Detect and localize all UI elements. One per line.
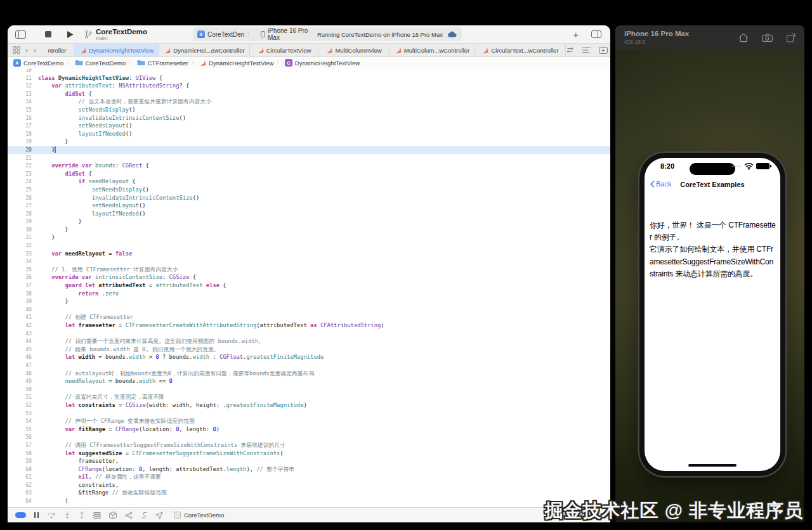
line-number[interactable]: 41	[8, 313, 32, 321]
scheme-selector[interactable]: A CoreTextDen 〉	[193, 27, 256, 41]
step-over-icon[interactable]	[47, 512, 56, 519]
toggle-navigator-icon[interactable]	[15, 30, 26, 39]
code-line[interactable]: 29 }	[8, 217, 610, 226]
tab-multicolumnview[interactable]: MultiColumnView	[318, 44, 390, 56]
code-line[interactable]: 56	[8, 433, 610, 441]
line-number[interactable]: 35	[8, 266, 32, 274]
code-line[interactable]: 50	[8, 385, 610, 394]
line-number[interactable]: 42	[8, 321, 32, 330]
code-line[interactable]: 20 }	[8, 146, 610, 154]
debug-session[interactable]: CoreTextDemo	[174, 512, 224, 519]
back-button[interactable]: Back	[650, 180, 671, 188]
line-number[interactable]: 64	[8, 497, 32, 505]
code-line[interactable]: 42 let framesetter = CTFramesetterCreate…	[8, 321, 610, 330]
line-number[interactable]: 19	[8, 138, 32, 146]
stop-button[interactable]	[45, 31, 51, 37]
line-number[interactable]: 10	[8, 68, 32, 74]
line-number[interactable]: 14	[8, 98, 32, 106]
code-line[interactable]: 18 layoutIfNeeded()	[8, 130, 610, 138]
pause-button[interactable]	[34, 512, 39, 518]
breadcrumb-item-ctframesetter[interactable]: CTFramesetter	[137, 60, 188, 67]
code-line[interactable]: 64 )	[8, 497, 610, 505]
code-line[interactable]: 26 invalidateIntrinsicContentSize()	[8, 194, 610, 202]
code-line[interactable]: 41 // 创建 CTFramesetter	[8, 313, 610, 321]
navigate-back-icon[interactable]: ‹	[25, 46, 29, 54]
code-line[interactable]: 61 nil, // 框架属性，这里不需要	[8, 473, 610, 481]
line-number[interactable]: 28	[8, 210, 32, 218]
code-line[interactable]: 43	[8, 330, 610, 338]
code-line[interactable]: 24 if needRelayout {	[8, 178, 610, 186]
breadcrumb-item-coretextdemo[interactable]: CoreTextDemo	[75, 60, 126, 67]
line-number[interactable]: 49	[8, 377, 32, 385]
line-number[interactable]: 47	[8, 361, 32, 370]
code-line[interactable]: 57 // 调用 CTFramesetterSuggestFrameSizeWi…	[8, 441, 610, 449]
line-number[interactable]: 39	[8, 297, 32, 306]
run-button[interactable]	[67, 30, 74, 39]
line-number[interactable]: 32	[8, 242, 32, 250]
line-number[interactable]: 25	[8, 186, 32, 194]
line-number[interactable]: 45	[8, 346, 32, 354]
code-line[interactable]: 13 didSet {	[8, 90, 610, 98]
code-line[interactable]: 22 override var bounds: CGRect {	[8, 162, 610, 170]
line-number[interactable]: 38	[8, 290, 32, 298]
tab-ntroller[interactable]: ntroller	[41, 44, 74, 56]
line-number[interactable]: 63	[8, 489, 32, 497]
code-line[interactable]: 54 // 声明一个 CFRange 变量来接收实际适应的范围	[8, 417, 610, 425]
simulate-location-icon[interactable]	[155, 512, 163, 519]
line-number[interactable]: 53	[8, 410, 32, 418]
step-out-icon[interactable]	[79, 512, 85, 519]
code-line[interactable]: 47	[8, 361, 610, 370]
code-line[interactable]: 46 let width = bounds.width > 0 ? bounds…	[8, 353, 610, 361]
code-line[interactable]: 12 var attributedText: NSAttributedStrin…	[8, 82, 610, 90]
code-line[interactable]: 52 let constraints = CGSize(width: width…	[8, 401, 610, 410]
code-line[interactable]: 37 guard let attributedText = attributed…	[8, 281, 610, 290]
code-line[interactable]: 35 // 1. 使用 CTFramesetter 计算固有内容大小	[8, 266, 610, 274]
code-line[interactable]: 14 // 当文本改变时，需要重绘并重新计算固有内容大小	[8, 98, 610, 106]
line-number[interactable]: 58	[8, 449, 32, 458]
breadcrumb-item-dynamicheighttextview[interactable]: DynamicHeightTextView	[199, 60, 273, 67]
debug-hierarchy-icon[interactable]	[93, 512, 101, 519]
code-line[interactable]: 30 }	[8, 226, 610, 234]
environment-overrides-icon[interactable]	[141, 512, 147, 519]
line-number[interactable]: 56	[8, 433, 32, 441]
code-line[interactable]: 63 &fitRange // 接收实际排版范围	[8, 489, 610, 497]
line-number[interactable]: 22	[8, 162, 32, 170]
line-number[interactable]: 61	[8, 473, 32, 481]
tab-circulartextview[interactable]: CircularTextView	[250, 44, 318, 56]
code-line[interactable]: 38 return .zero	[8, 290, 610, 298]
line-number[interactable]: 23	[8, 170, 32, 178]
breadcrumb-item-dynamicheighttextview[interactable]: CDynamicHeightTextView	[285, 59, 360, 67]
view-debugger-icon[interactable]	[109, 512, 117, 519]
line-number[interactable]: 29	[8, 217, 32, 226]
tab-multicolum-wcontroller[interactable]: MultiColum...wController	[390, 44, 475, 56]
code-line[interactable]: 27 setNeedsLayout()	[8, 202, 610, 210]
line-number[interactable]: 15	[8, 106, 32, 114]
line-number[interactable]: 21	[8, 154, 32, 162]
line-number[interactable]: 51	[8, 393, 32, 401]
line-number[interactable]: 24	[8, 178, 32, 186]
line-number[interactable]: 43	[8, 330, 32, 338]
code-line[interactable]: 45 // 如果 bounds.width 是 0, 我们使用一个很大的宽度。	[8, 346, 610, 354]
code-line[interactable]: 11class DynamicHeightTextView: UIView {	[8, 74, 610, 82]
screenshot-camera-icon[interactable]	[762, 34, 773, 42]
destination-selector[interactable]: iPhone 16 Pro Max	[256, 27, 317, 41]
code-line[interactable]: 36 override var intrinsicContentSize: CG…	[8, 273, 610, 281]
line-number[interactable]: 40	[8, 306, 32, 314]
line-number[interactable]: 34	[8, 257, 32, 266]
code-line[interactable]: 44 // 我们需要一个宽度约束来计算高度。这里我们使用视图的 bounds.w…	[8, 337, 610, 346]
code-line[interactable]: 16 invalidateIntrinsicContentSize()	[8, 114, 610, 122]
line-number[interactable]: 52	[8, 401, 32, 410]
adjust-editor-icon[interactable]	[582, 47, 591, 53]
code-line[interactable]: 59 framesetter,	[8, 457, 610, 465]
breakpoints-toggle[interactable]	[15, 512, 26, 518]
step-into-icon[interactable]	[64, 512, 70, 519]
code-line[interactable]: 33 var needRelayout = false	[8, 250, 610, 258]
code-line[interactable]: 28 layoutIfNeeded()	[8, 210, 610, 218]
line-number[interactable]: 30	[8, 226, 32, 234]
tab-overview-icon[interactable]	[13, 46, 20, 54]
code-line[interactable]: 34	[8, 257, 610, 266]
home-button-icon[interactable]	[738, 33, 749, 42]
breadcrumb-item-coretextdemo[interactable]: ACoreTextDemo	[13, 59, 63, 67]
code-line[interactable]: 58 let suggestedSize = CTFramesetterSugg…	[8, 449, 610, 458]
code-line[interactable]: 48 // autolayout时，初始bounds宽度为0，计算出的高度有问题…	[8, 370, 610, 378]
